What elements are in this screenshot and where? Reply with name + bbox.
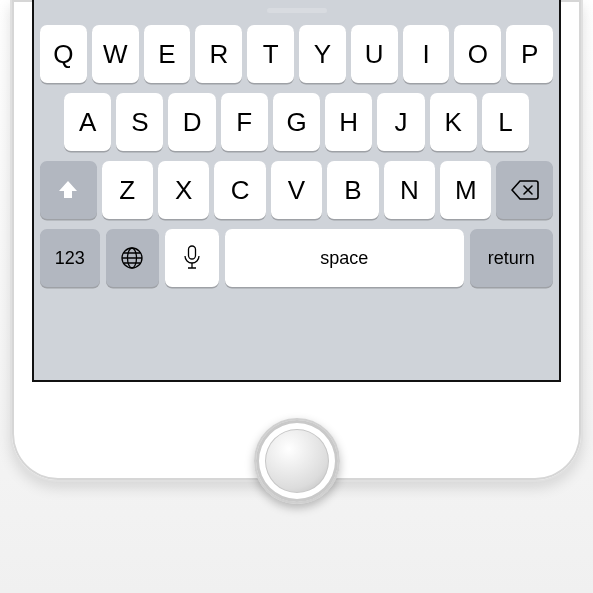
- key-x[interactable]: X: [158, 161, 209, 219]
- key-u[interactable]: U: [351, 25, 398, 83]
- key-w[interactable]: W: [92, 25, 139, 83]
- key-j[interactable]: J: [377, 93, 424, 151]
- keyboard: Q W E R T Y U I O P A S D F G H: [34, 17, 559, 307]
- key-b[interactable]: B: [327, 161, 378, 219]
- key-z[interactable]: Z: [102, 161, 153, 219]
- key-s[interactable]: S: [116, 93, 163, 151]
- key-row-3: Z X C V B N M: [40, 161, 553, 219]
- key-l[interactable]: L: [482, 93, 529, 151]
- svg-rect-2: [189, 246, 196, 259]
- key-row-4: 123 space return: [40, 229, 553, 287]
- key-row-2: A S D F G H J K L: [40, 93, 553, 151]
- key-v[interactable]: V: [271, 161, 322, 219]
- key-r[interactable]: R: [195, 25, 242, 83]
- space-key[interactable]: space: [225, 229, 464, 287]
- key-f[interactable]: F: [221, 93, 268, 151]
- keyboard-handle[interactable]: [267, 8, 327, 13]
- globe-icon: [119, 245, 145, 271]
- number-symbol-key[interactable]: 123: [40, 229, 100, 287]
- key-g[interactable]: G: [273, 93, 320, 151]
- key-h[interactable]: H: [325, 93, 372, 151]
- key-y[interactable]: Y: [299, 25, 346, 83]
- shift-key[interactable]: [40, 161, 97, 219]
- screen: Q W E R T Y U I O P A S D F G H: [32, 0, 561, 382]
- globe-key[interactable]: [106, 229, 160, 287]
- key-o[interactable]: O: [454, 25, 501, 83]
- microphone-icon: [182, 244, 202, 272]
- key-e[interactable]: E: [144, 25, 191, 83]
- device-frame: Q W E R T Y U I O P A S D F G H: [0, 0, 593, 593]
- backspace-icon: [511, 179, 539, 201]
- key-n[interactable]: N: [384, 161, 435, 219]
- key-row-1: Q W E R T Y U I O P: [40, 25, 553, 83]
- dictation-key[interactable]: [165, 229, 219, 287]
- backspace-key[interactable]: [496, 161, 553, 219]
- shift-icon: [56, 178, 80, 202]
- key-c[interactable]: C: [214, 161, 265, 219]
- key-m[interactable]: M: [440, 161, 491, 219]
- key-t[interactable]: T: [247, 25, 294, 83]
- phone-body: Q W E R T Y U I O P A S D F G H: [10, 0, 583, 482]
- key-p[interactable]: P: [506, 25, 553, 83]
- home-button[interactable]: [254, 418, 340, 504]
- key-q[interactable]: Q: [40, 25, 87, 83]
- key-a[interactable]: A: [64, 93, 111, 151]
- key-k[interactable]: K: [430, 93, 477, 151]
- key-i[interactable]: I: [403, 25, 450, 83]
- return-key[interactable]: return: [470, 229, 553, 287]
- key-d[interactable]: D: [168, 93, 215, 151]
